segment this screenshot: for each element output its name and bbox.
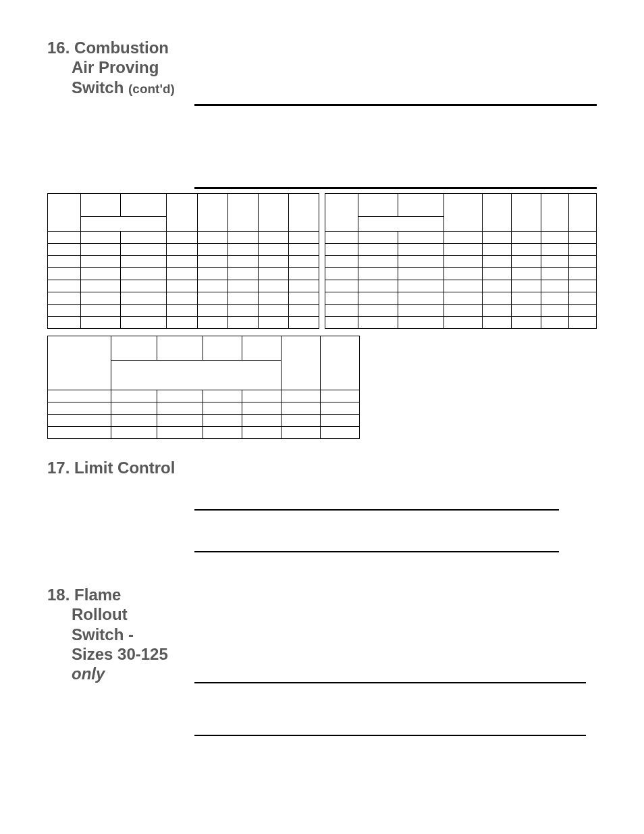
section-18-title-line5: only: [72, 664, 194, 683]
tb-h-c7: [321, 336, 360, 390]
section-18-title-line2: Rollout: [72, 604, 194, 624]
t1l-h-c7: [258, 194, 288, 232]
section-16-title-contd: (cont'd): [128, 82, 175, 96]
t1r-h-c2b: [358, 217, 444, 232]
section-16-title-line2: Air Proving: [72, 57, 194, 77]
t1l-h-c5: [197, 194, 227, 232]
section-17-title: Limit Control: [74, 458, 175, 477]
t1l-h-c3a: [120, 194, 167, 217]
section-16-number: 16.: [47, 38, 70, 57]
t1l-h-c4: [167, 194, 197, 232]
tb-h-c3a: [157, 336, 203, 361]
section-18-title-line3: Switch -: [72, 625, 194, 644]
section-16-title-line3a: Switch: [72, 78, 124, 97]
section-18-heading: 18. Flame Rollout Switch - Sizes 30-125 …: [47, 585, 194, 683]
section-16-table-bottom: [47, 336, 360, 439]
t1r-h-c6: [512, 194, 541, 232]
t1r-h-c5: [483, 194, 512, 232]
t1l-h-c2b: [81, 217, 167, 232]
t1l-h-c6: [227, 194, 258, 232]
section-17-number: 17.: [47, 458, 70, 477]
section-17: 17. Limit Control: [47, 458, 597, 552]
tb-h-c4a: [203, 336, 242, 361]
section-16-table-left: [47, 193, 319, 329]
section-16-note-block: [194, 104, 597, 189]
t1r-h-c2a: [358, 194, 398, 217]
t1r-h-c3a: [398, 194, 444, 217]
t1r-h-c8: [568, 194, 596, 232]
t1l-h-c2a: [81, 194, 121, 217]
section-18-title-line1: Flame: [74, 585, 121, 604]
tb-h-c6: [281, 336, 321, 390]
t1r-h-c4: [444, 194, 483, 232]
t1r-h-c7: [541, 194, 568, 232]
t1l-h-c1: [48, 194, 81, 232]
section-17-heading: 17. Limit Control: [47, 458, 194, 477]
tb-h-c5a: [242, 336, 281, 361]
t1l-h-c8: [288, 194, 319, 232]
section-18-title-line4: Sizes 30-125: [72, 644, 194, 664]
t1r-h-c1: [325, 194, 358, 232]
section-16: 16. Combustion Air Proving Switch (cont'…: [47, 38, 597, 439]
tb-h-c1: [48, 336, 111, 390]
section-16-table-right: [325, 193, 597, 329]
section-18-note-block: [194, 682, 586, 736]
section-18: 18. Flame Rollout Switch - Sizes 30-125 …: [47, 585, 597, 736]
section-16-heading: 16. Combustion Air Proving Switch (cont'…: [47, 38, 194, 97]
section-16-title-line1: Combustion: [74, 38, 169, 57]
tb-h-c2a: [111, 336, 157, 361]
tb-h-r2: [111, 361, 281, 390]
section-17-rule-2: [194, 551, 559, 552]
section-18-number: 18.: [47, 585, 70, 604]
